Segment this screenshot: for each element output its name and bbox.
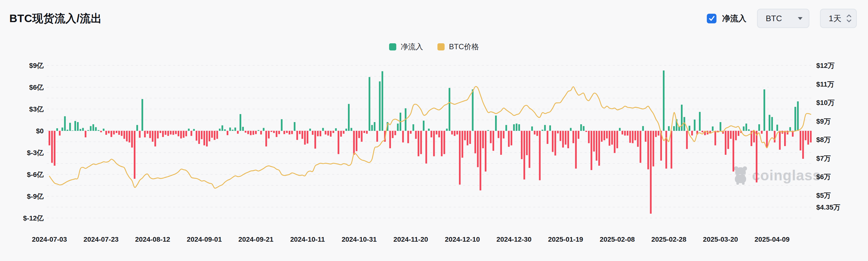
svg-text:2025-02-08: 2025-02-08: [599, 235, 635, 243]
svg-text:$-12亿: $-12亿: [23, 214, 44, 222]
svg-text:2024-09-21: 2024-09-21: [238, 235, 273, 243]
btc-price-swatch: [437, 43, 444, 51]
svg-text:$7万: $7万: [816, 155, 831, 162]
svg-text:$5万: $5万: [816, 192, 831, 199]
svg-text:$11万: $11万: [816, 80, 834, 88]
svg-text:$0: $0: [36, 127, 44, 135]
header-controls: 净流入 BTC 1天: [707, 9, 857, 28]
btc-price-line: [50, 87, 811, 189]
svg-text:2024-10-31: 2024-10-31: [342, 235, 377, 243]
gridlines: [47, 65, 811, 218]
x-axis-date-labels: 2024-07-032024-07-232024-08-122024-09-01…: [32, 235, 789, 243]
interval-select-value: 1天: [829, 13, 841, 24]
svg-text:$10万: $10万: [816, 99, 835, 106]
svg-text:$9万: $9万: [816, 118, 831, 125]
legend-item-btc-price[interactable]: BTC价格: [437, 42, 479, 52]
svg-text:$-6亿: $-6亿: [27, 171, 44, 178]
svg-text:2024-07-23: 2024-07-23: [84, 235, 119, 243]
svg-text:2024-07-03: 2024-07-03: [32, 235, 67, 243]
svg-text:$9亿: $9亿: [29, 62, 44, 69]
svg-text:$4.35万: $4.35万: [816, 203, 840, 211]
net-inflow-toggle[interactable]: 净流入: [707, 13, 746, 24]
svg-text:2025-01-19: 2025-01-19: [548, 235, 583, 243]
svg-text:$6亿: $6亿: [29, 84, 44, 91]
svg-text:2025-04-09: 2025-04-09: [754, 235, 790, 243]
svg-text:$6万: $6万: [816, 173, 831, 181]
svg-text:2024-09-01: 2024-09-01: [187, 235, 222, 243]
interval-select[interactable]: 1天: [820, 9, 857, 28]
svg-text:$3亿: $3亿: [29, 105, 44, 113]
svg-text:2024-10-11: 2024-10-11: [290, 235, 325, 243]
chevron-down-icon: [798, 17, 803, 20]
flow-chart-canvas[interactable]: $9亿$6亿$3亿$0$-3亿$-6亿$-9亿$-12亿$12万$11万$10万…: [0, 0, 868, 261]
net-inflow-label: 净流入: [722, 13, 746, 24]
checkmark-icon: [708, 15, 715, 22]
net-inflow-swatch: [389, 43, 396, 51]
svg-text:2025-03-20: 2025-03-20: [703, 235, 738, 243]
legend-item-net-inflow[interactable]: 净流入: [389, 42, 423, 52]
y-axis-right-labels: $12万$11万$10万$9万$8万$7万$6万$5万$4.35万: [816, 62, 840, 211]
chart-header: BTC现货流入/流出 净流入 BTC 1天: [0, 0, 868, 37]
svg-text:$8万: $8万: [816, 136, 831, 143]
svg-text:2024-11-20: 2024-11-20: [394, 235, 428, 243]
svg-text:$12万: $12万: [816, 62, 835, 69]
svg-text:2024-12-10: 2024-12-10: [445, 235, 480, 243]
svg-text:2025-02-28: 2025-02-28: [651, 235, 686, 243]
page-title: BTC现货流入/流出: [9, 11, 102, 26]
y-axis-left-labels: $9亿$6亿$3亿$0$-3亿$-6亿$-9亿$-12亿: [23, 62, 44, 222]
svg-text:2024-12-30: 2024-12-30: [496, 235, 532, 243]
legend-label: 净流入: [401, 42, 423, 52]
legend: 净流入 BTC价格: [0, 42, 868, 52]
coin-select[interactable]: BTC: [757, 9, 809, 28]
net-inflow-checkbox[interactable]: [707, 14, 716, 23]
up-down-chevrons-icon: [846, 14, 852, 23]
legend-label: BTC价格: [449, 42, 479, 52]
svg-text:2024-08-12: 2024-08-12: [135, 235, 170, 243]
svg-text:$-3亿: $-3亿: [27, 149, 44, 157]
coin-select-value: BTC: [766, 14, 782, 23]
svg-text:$-9亿: $-9亿: [27, 193, 44, 200]
net-inflow-bars[interactable]: [49, 70, 812, 214]
